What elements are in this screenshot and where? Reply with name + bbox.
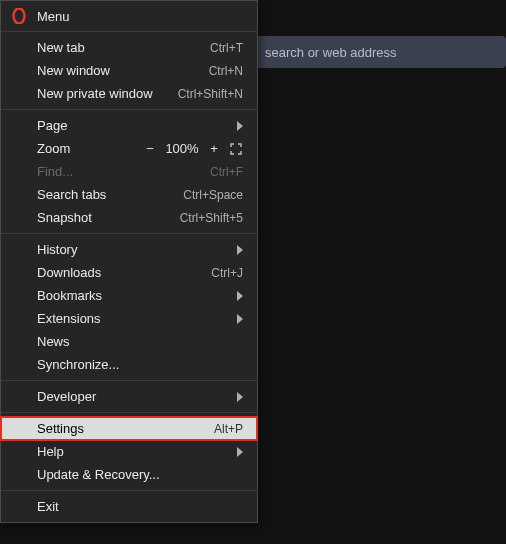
menu-new-tab[interactable]: New tab Ctrl+T [1, 36, 257, 59]
menu-settings[interactable]: Settings Alt+P [1, 417, 257, 440]
menu-history[interactable]: History [1, 238, 257, 261]
chevron-right-icon [237, 121, 243, 131]
zoom-in-button[interactable]: + [205, 141, 223, 156]
fullscreen-icon[interactable] [229, 142, 243, 156]
main-menu: Menu New tab Ctrl+T New window Ctrl+N Ne… [0, 0, 258, 523]
menu-label: Extensions [37, 311, 227, 326]
menu-shortcut: Ctrl+F [210, 165, 243, 179]
menu-label: Developer [37, 389, 227, 404]
menu-find: Find... Ctrl+F [1, 160, 257, 183]
menu-developer[interactable]: Developer [1, 385, 257, 408]
chevron-right-icon [237, 447, 243, 457]
menu-search-tabs[interactable]: Search tabs Ctrl+Space [1, 183, 257, 206]
chevron-right-icon [237, 392, 243, 402]
menu-shortcut: Alt+P [214, 422, 243, 436]
menu-label: New tab [37, 40, 198, 55]
chevron-right-icon [237, 314, 243, 324]
address-bar[interactable]: search or web address [255, 36, 506, 68]
chevron-right-icon [237, 291, 243, 301]
menu-label: Downloads [37, 265, 199, 280]
zoom-value: 100% [165, 141, 199, 156]
menu-label: Exit [37, 499, 243, 514]
zoom-out-button[interactable]: − [141, 141, 159, 156]
menu-label: Synchronize... [37, 357, 243, 372]
zoom-label: Zoom [37, 141, 135, 156]
menu-label: Bookmarks [37, 288, 227, 303]
menu-label: Find... [37, 164, 198, 179]
menu-label: News [37, 334, 243, 349]
menu-section-nav: History Downloads Ctrl+J Bookmarks Exten… [1, 234, 257, 381]
menu-title: Menu [37, 9, 70, 24]
menu-page[interactable]: Page [1, 114, 257, 137]
svg-point-0 [14, 9, 25, 24]
address-placeholder: search or web address [265, 45, 397, 60]
menu-new-private[interactable]: New private window Ctrl+Shift+N [1, 82, 257, 105]
menu-label: Snapshot [37, 210, 168, 225]
menu-help[interactable]: Help [1, 440, 257, 463]
menu-label: Page [37, 118, 227, 133]
menu-shortcut: Ctrl+J [211, 266, 243, 280]
menu-shortcut: Ctrl+N [209, 64, 243, 78]
menu-section-page: Page Zoom − 100% + Find... Ctrl+F Search… [1, 110, 257, 234]
menu-bookmarks[interactable]: Bookmarks [1, 284, 257, 307]
chevron-right-icon [237, 245, 243, 255]
menu-update[interactable]: Update & Recovery... [1, 463, 257, 486]
menu-header: Menu [1, 1, 257, 32]
menu-extensions[interactable]: Extensions [1, 307, 257, 330]
menu-section-tabs: New tab Ctrl+T New window Ctrl+N New pri… [1, 32, 257, 110]
menu-section-exit: Exit [1, 491, 257, 522]
menu-label: Settings [37, 421, 202, 436]
menu-synchronize[interactable]: Synchronize... [1, 353, 257, 376]
menu-new-window[interactable]: New window Ctrl+N [1, 59, 257, 82]
menu-label: Search tabs [37, 187, 171, 202]
menu-shortcut: Ctrl+Shift+5 [180, 211, 243, 225]
opera-logo-icon [11, 8, 27, 24]
menu-exit[interactable]: Exit [1, 495, 257, 518]
menu-section-dev: Developer [1, 381, 257, 413]
menu-shortcut: Ctrl+Space [183, 188, 243, 202]
menu-label: History [37, 242, 227, 257]
menu-label: New private window [37, 86, 166, 101]
menu-snapshot[interactable]: Snapshot Ctrl+Shift+5 [1, 206, 257, 229]
menu-label: Update & Recovery... [37, 467, 243, 482]
menu-downloads[interactable]: Downloads Ctrl+J [1, 261, 257, 284]
menu-news[interactable]: News [1, 330, 257, 353]
menu-label: New window [37, 63, 197, 78]
menu-section-settings: Settings Alt+P Help Update & Recovery... [1, 413, 257, 491]
menu-shortcut: Ctrl+Shift+N [178, 87, 243, 101]
menu-label: Help [37, 444, 227, 459]
menu-shortcut: Ctrl+T [210, 41, 243, 55]
menu-zoom: Zoom − 100% + [1, 137, 257, 160]
